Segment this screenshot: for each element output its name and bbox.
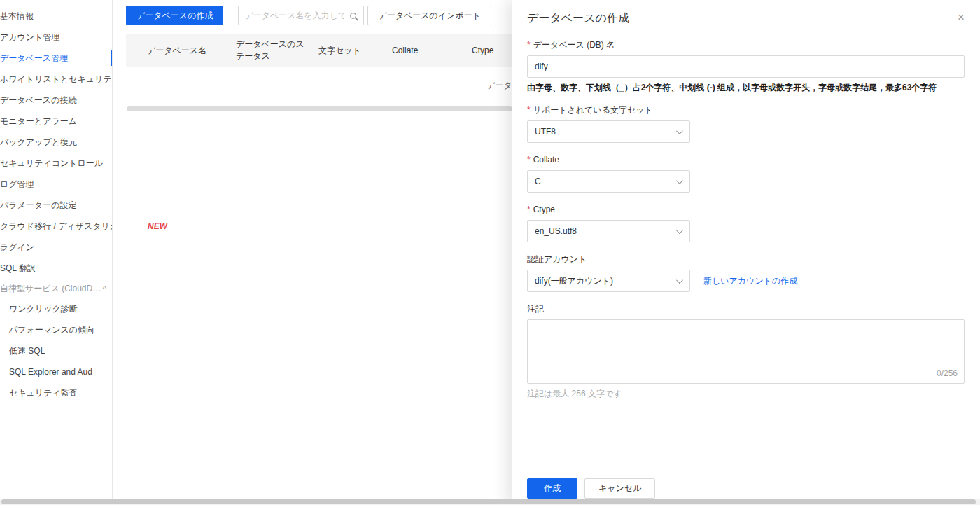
collate-select-value: C bbox=[535, 177, 541, 186]
sidebar-item-basic-info[interactable]: 基本情報 bbox=[0, 6, 112, 27]
db-name-group: *データベース (DB) 名 由字母、数字、下划线（_）占2个字符、中划线 (-… bbox=[527, 39, 965, 93]
sidebar-item-performance-trends[interactable]: パフォーマンスの傾向 bbox=[0, 319, 112, 340]
note-label-text: 注記 bbox=[527, 304, 544, 314]
new-badge: NEW bbox=[148, 221, 167, 231]
create-database-drawer: データベースの作成 × *データベース (DB) 名 由字母、数字、下划线（_）… bbox=[512, 0, 980, 505]
sidebar-item-log-management[interactable]: ログ管理 bbox=[0, 174, 112, 195]
note-group: 注記 0/256 注記は最大 256 文字です bbox=[527, 303, 965, 400]
cancel-button[interactable]: キャンセル bbox=[584, 478, 655, 499]
sidebar: 基本情報 アカウント管理 データベース管理 ホワイトリストとセキュリティ データ… bbox=[0, 0, 113, 505]
collate-select[interactable]: C bbox=[527, 170, 690, 193]
chevron-down-icon bbox=[676, 277, 683, 284]
drawer-footer: 作成 キャンセル bbox=[527, 478, 655, 499]
db-name-help-text: 由字母、数字、下划线（_）占2个字符、中划线 (-) 组成，以字母或数字开头，字… bbox=[527, 82, 965, 93]
chevron-down-icon bbox=[676, 177, 683, 184]
sidebar-item-sql-explorer-audit[interactable]: SQL Explorer and Aud bbox=[0, 361, 112, 382]
sidebar-item-cloud-migration[interactable]: クラウド移行 / ディザスタリカバリ bbox=[0, 216, 112, 237]
required-asterisk: * bbox=[527, 40, 531, 50]
column-header-database-name: データベース名 bbox=[126, 45, 236, 57]
column-header-charset: 文字セット bbox=[318, 45, 392, 57]
chevron-up-icon: ^ bbox=[103, 279, 106, 298]
sidebar-item-whitelist-security[interactable]: ホワイトリストとセキュリティ bbox=[0, 69, 112, 90]
sidebar-item-sql-translation[interactable]: SQL 翻訳 bbox=[0, 258, 112, 279]
sidebar-item-parameter-settings[interactable]: パラメーターの設定 bbox=[0, 195, 112, 216]
chevron-down-icon bbox=[676, 227, 683, 234]
table-horizontal-scrollbar[interactable] bbox=[127, 106, 512, 111]
sidebar-item-slow-sql[interactable]: 低速 SQL bbox=[0, 340, 112, 361]
sidebar-item-security-control[interactable]: セキュリティコントロール bbox=[0, 153, 112, 174]
account-row: dify(一般アカウント) 新しいアカウントの作成 bbox=[527, 270, 965, 292]
sidebar-item-database-connection[interactable]: データベースの接続 bbox=[0, 90, 112, 111]
app-root: 基本情報 アカウント管理 データベース管理 ホワイトリストとセキュリティ データ… bbox=[0, 0, 980, 505]
account-select-value: dify(一般アカウント) bbox=[535, 275, 613, 287]
account-group: 認証アカウント dify(一般アカウント) 新しいアカウントの作成 bbox=[527, 253, 965, 292]
sidebar-item-security-audit[interactable]: セキュリティ監査 bbox=[0, 382, 112, 403]
drawer-title: データベースの作成 bbox=[527, 11, 965, 26]
note-char-counter: 0/256 bbox=[937, 368, 958, 378]
required-asterisk: * bbox=[527, 105, 531, 115]
ctype-select[interactable]: en_US.utf8 bbox=[527, 220, 690, 242]
account-label: 認証アカウント bbox=[527, 253, 965, 265]
sidebar-item-backup-restore[interactable]: バックアップと復元 bbox=[0, 132, 112, 153]
sidebar-group-autonomous-service[interactable]: 自律型サービス (CloudD… ^ bbox=[0, 279, 112, 298]
note-textarea-wrap: 0/256 bbox=[527, 319, 965, 384]
sidebar-collapse-arrow-icon[interactable]: › bbox=[0, 242, 7, 257]
database-search-input[interactable] bbox=[239, 11, 350, 20]
collate-label: *Collate bbox=[527, 153, 965, 166]
account-label-text: 認証アカウント bbox=[527, 254, 587, 264]
charset-group: *サポートされている文字セット UTF8 bbox=[527, 104, 965, 143]
charset-label-text: サポートされている文字セット bbox=[533, 105, 653, 115]
sidebar-item-monitor-alarm[interactable]: モニターとアラーム bbox=[0, 111, 112, 132]
charset-label: *サポートされている文字セット bbox=[527, 104, 965, 116]
page-horizontal-scrollbar-thumb[interactable] bbox=[1, 499, 976, 504]
sidebar-item-oneclick-diagnosis[interactable]: ワンクリック診断 bbox=[0, 298, 112, 319]
ctype-label-text: Ctype bbox=[533, 205, 555, 214]
db-name-label-text: データベース (DB) 名 bbox=[533, 40, 615, 50]
create-account-link[interactable]: 新しいアカウントの作成 bbox=[704, 275, 797, 287]
ctype-label: *Ctype bbox=[527, 203, 965, 216]
chevron-down-icon bbox=[676, 127, 683, 134]
close-icon[interactable]: × bbox=[958, 11, 965, 23]
sidebar-group-label: 自律型サービス (CloudD… bbox=[0, 279, 101, 298]
sidebar-item-plugin[interactable]: ラグイン bbox=[0, 237, 112, 258]
column-header-collate: Collate bbox=[392, 45, 472, 57]
collate-label-text: Collate bbox=[533, 155, 559, 165]
create-database-button[interactable]: データベースの作成 bbox=[126, 6, 223, 25]
charset-select-value: UTF8 bbox=[535, 127, 556, 137]
column-header-database-status: データベースのステータス bbox=[236, 39, 318, 62]
db-name-label: *データベース (DB) 名 bbox=[527, 39, 965, 51]
import-database-button[interactable]: データベースのインポート bbox=[368, 6, 491, 25]
submit-create-button[interactable]: 作成 bbox=[527, 478, 578, 499]
required-asterisk: * bbox=[527, 205, 531, 214]
ctype-group: *Ctype en_US.utf8 bbox=[527, 203, 965, 242]
account-select[interactable]: dify(一般アカウント) bbox=[527, 270, 690, 292]
search-icon[interactable] bbox=[350, 13, 356, 19]
sidebar-item-account-management[interactable]: アカウント管理 bbox=[0, 27, 112, 48]
create-database-form: *データベース (DB) 名 由字母、数字、下划线（_）占2个字符、中划线 (-… bbox=[527, 39, 965, 400]
charset-select[interactable]: UTF8 bbox=[527, 120, 690, 143]
sidebar-item-database-management[interactable]: データベース管理 bbox=[0, 48, 112, 69]
note-textarea[interactable] bbox=[527, 319, 965, 384]
page-horizontal-scrollbar-track bbox=[0, 499, 980, 505]
db-name-input[interactable] bbox=[527, 55, 965, 78]
required-asterisk: * bbox=[527, 155, 531, 165]
note-label: 注記 bbox=[527, 303, 965, 315]
database-search-box bbox=[238, 6, 364, 25]
note-help-text: 注記は最大 256 文字です bbox=[527, 388, 965, 400]
collate-group: *Collate C bbox=[527, 153, 965, 193]
ctype-select-value: en_US.utf8 bbox=[535, 226, 577, 236]
